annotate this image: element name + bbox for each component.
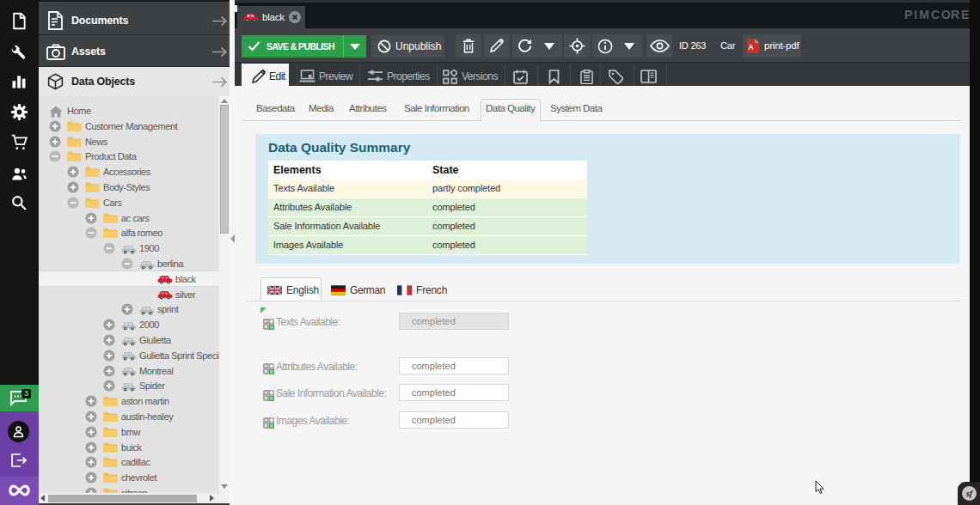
svg-text:A: A	[749, 43, 754, 52]
